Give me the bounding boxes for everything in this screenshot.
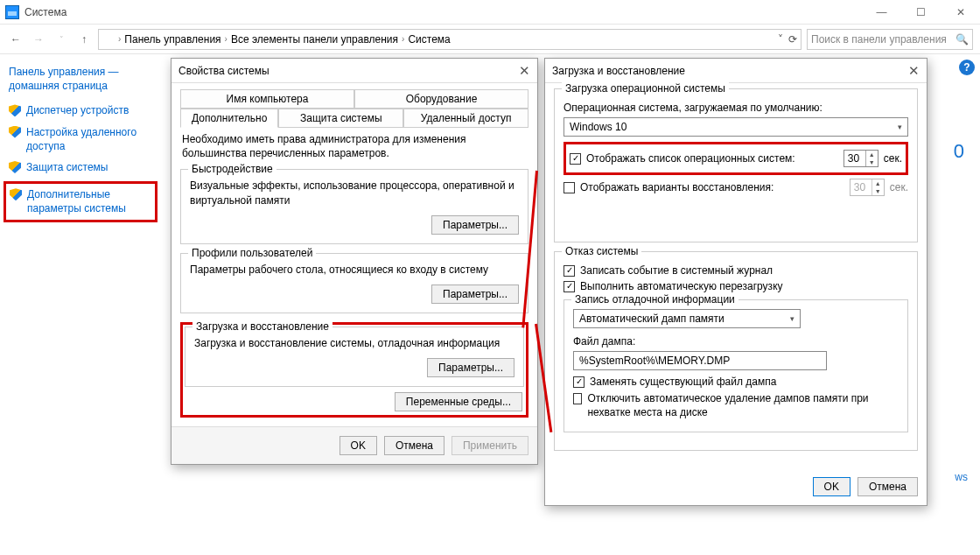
dialog-title: Загрузка и восстановление xyxy=(552,65,908,77)
highlight-annotation: Загрузка и восстановление Загрузка и вос… xyxy=(180,322,528,418)
seconds-label: сек. xyxy=(884,152,902,165)
chevron-up-icon[interactable]: ▲ xyxy=(866,151,878,158)
sidebar-item-system-protection[interactable]: Защита системы xyxy=(9,160,158,174)
control-panel-home-link[interactable]: Панель управления — домашняя страница xyxy=(9,65,158,93)
truncated-text: 0 xyxy=(954,140,964,163)
select-value: Автоматический дамп памяти xyxy=(579,313,724,325)
overwrite-dump-label: Заменять существующий файл дампа xyxy=(590,376,776,388)
auto-restart-checkbox[interactable] xyxy=(564,281,575,292)
history-dropdown[interactable]: ˅ xyxy=(52,35,70,44)
window-title: Система xyxy=(24,6,862,18)
tab-advanced[interactable]: Дополнительно xyxy=(180,109,278,128)
cancel-button[interactable]: Отмена xyxy=(858,477,918,496)
window-titlebar: Система — ☐ ✕ xyxy=(0,0,980,25)
breadcrumb-seg[interactable]: Система xyxy=(408,33,450,46)
debug-info-group: Запись отладочной информации Автоматичес… xyxy=(564,299,908,432)
stepper-value: 30 xyxy=(844,151,865,166)
minimize-button[interactable]: — xyxy=(862,0,901,25)
app-icon xyxy=(5,5,19,19)
up-button[interactable]: ↑ xyxy=(75,33,93,46)
breadcrumb-seg[interactable]: Все элементы панели управления xyxy=(231,33,398,46)
search-icon: 🔍 xyxy=(956,33,969,46)
disable-autodelete-checkbox[interactable] xyxy=(573,393,582,404)
chevron-down-icon: ▾ xyxy=(790,314,794,323)
overwrite-dump-checkbox[interactable] xyxy=(573,376,584,388)
shield-icon xyxy=(9,126,21,138)
refresh-button[interactable]: ⟳ xyxy=(788,33,797,46)
dialog-button-bar: OK Отмена xyxy=(545,468,927,505)
group-text: Загрузка и восстановление системы, отлад… xyxy=(194,336,514,351)
chevron-up-icon: ▲ xyxy=(872,179,884,187)
chevron-right-icon: › xyxy=(402,34,404,44)
stepper-value: 30 xyxy=(850,179,872,195)
help-icon[interactable]: ? xyxy=(959,60,975,75)
os-list-seconds-stepper[interactable]: 30 ▲▼ xyxy=(844,150,878,167)
write-event-checkbox[interactable] xyxy=(564,265,575,277)
chevron-down-icon: ▾ xyxy=(898,123,902,131)
breadcrumb[interactable]: › Панель управления › Все элементы панел… xyxy=(98,29,802,50)
group-text: Визуальные эффекты, использование процес… xyxy=(190,179,519,208)
close-button[interactable]: ✕ xyxy=(941,0,980,25)
performance-settings-button[interactable]: Параметры... xyxy=(431,215,519,235)
maximize-button[interactable]: ☐ xyxy=(901,0,941,25)
startup-recovery-group: Загрузка и восстановление Загрузка и вос… xyxy=(185,327,524,387)
show-recovery-checkbox[interactable] xyxy=(564,182,575,193)
chevron-down-icon[interactable]: ▼ xyxy=(866,158,878,166)
breadcrumb-seg[interactable]: Панель управления xyxy=(124,33,220,46)
group-legend: Быстродействие xyxy=(188,163,276,175)
sidebar-item-label: Защита системы xyxy=(26,160,108,174)
tab-system-protection[interactable]: Защита системы xyxy=(278,109,403,128)
auto-restart-label: Выполнить автоматическую перезагрузку xyxy=(580,280,783,292)
sidebar-item-label: Диспетчер устройств xyxy=(26,103,129,117)
dialog-title: Свойства системы xyxy=(178,65,519,77)
user-profiles-settings-button[interactable]: Параметры... xyxy=(431,285,519,304)
group-text: Параметры рабочего стола, относящиеся ко… xyxy=(190,263,519,278)
chevron-down-icon[interactable]: ˅ xyxy=(778,33,783,46)
chevron-right-icon: › xyxy=(118,34,121,44)
dump-file-input[interactable]: %SystemRoot%\MEMORY.DMP xyxy=(573,351,827,370)
environment-variables-button[interactable]: Переменные среды... xyxy=(395,392,522,411)
show-recovery-label: Отображать варианты восстановления: xyxy=(580,181,844,193)
close-icon[interactable]: ✕ xyxy=(519,63,530,79)
search-input[interactable]: Поиск в панели управления 🔍 xyxy=(807,29,973,50)
shield-icon xyxy=(9,161,21,173)
tab-hardware[interactable]: Оборудование xyxy=(354,89,528,109)
group-legend: Профили пользователей xyxy=(188,247,316,259)
write-event-label: Записать событие в системный журнал xyxy=(580,264,773,277)
close-icon[interactable]: ✕ xyxy=(908,63,920,79)
default-os-select[interactable]: Windows 10 ▾ xyxy=(564,117,908,137)
sidebar-item-device-manager[interactable]: Диспетчер устройств xyxy=(9,103,158,117)
apply-button[interactable]: Применить xyxy=(452,436,528,455)
chevron-down-icon: ▼ xyxy=(872,187,884,195)
chevron-right-icon: › xyxy=(225,34,228,44)
sidebar: Панель управления — домашняя страница Ди… xyxy=(0,54,166,240)
dialog-titlebar[interactable]: Свойства системы ✕ xyxy=(172,59,537,83)
dump-type-select[interactable]: Автоматический дамп памяти ▾ xyxy=(573,309,801,328)
tab-computer-name[interactable]: Имя компьютера xyxy=(180,89,354,109)
shield-icon xyxy=(9,104,21,116)
ok-button[interactable]: OK xyxy=(813,477,850,496)
admin-note: Необходимо иметь права администратора дл… xyxy=(182,132,527,160)
group-legend: Загрузка и восстановление xyxy=(192,320,332,333)
cancel-button[interactable]: Отмена xyxy=(384,436,444,455)
tab-remote[interactable]: Удаленный доступ xyxy=(403,109,528,128)
user-profiles-group: Профили пользователей Параметры рабочего… xyxy=(180,253,528,313)
show-os-list-checkbox[interactable] xyxy=(570,153,581,165)
dialog-titlebar[interactable]: Загрузка и восстановление ✕ xyxy=(545,59,927,83)
back-button[interactable]: ← xyxy=(7,33,24,46)
truncated-text: ws xyxy=(955,471,968,483)
group-legend: Загрузка операционной системы xyxy=(562,82,729,95)
forward-button[interactable]: → xyxy=(30,33,47,46)
sidebar-item-remote-settings[interactable]: Настройка удаленного доступа xyxy=(9,125,158,153)
sidebar-item-advanced-settings[interactable]: Дополнительные параметры системы xyxy=(4,181,158,221)
startup-recovery-settings-button[interactable]: Параметры... xyxy=(427,358,514,377)
disable-autodelete-label: Отключить автоматическое удаление дампов… xyxy=(587,391,899,419)
dialog-button-bar: OK Отмена Применить xyxy=(172,426,537,464)
group-legend: Запись отладочной информации xyxy=(571,293,738,306)
sidebar-item-label: Дополнительные параметры системы xyxy=(27,187,151,215)
ok-button[interactable]: OK xyxy=(340,436,377,455)
dump-file-label: Файл дампа: xyxy=(573,335,899,348)
search-placeholder: Поиск в панели управления xyxy=(811,33,947,46)
recovery-seconds-stepper: 30 ▲▼ xyxy=(850,179,885,196)
performance-group: Быстродействие Визуальные эффекты, испол… xyxy=(180,169,528,244)
